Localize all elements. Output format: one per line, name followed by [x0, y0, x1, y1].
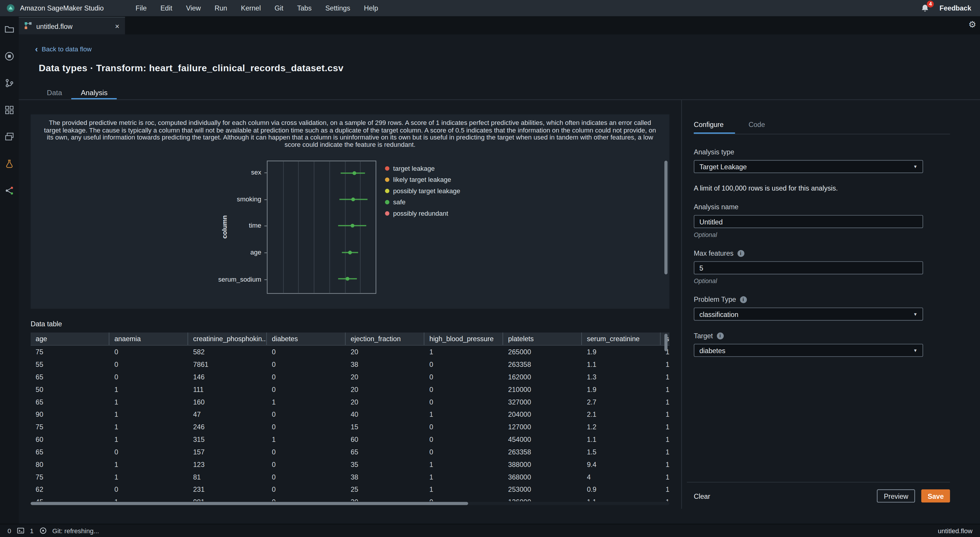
column-header[interactable]: serum_creatinine: [582, 332, 661, 345]
menu-view[interactable]: View: [179, 0, 208, 16]
menu-help[interactable]: Help: [357, 0, 385, 16]
git-icon[interactable]: [5, 78, 14, 88]
menu-kernel[interactable]: Kernel: [234, 0, 267, 16]
config-tab-code[interactable]: Code: [749, 118, 776, 134]
legend-dot-icon: [385, 200, 389, 204]
open-tabs-icon[interactable]: [5, 132, 14, 142]
table-row[interactable]: 80112303513880009.41: [31, 458, 670, 471]
target-label-text: Target: [694, 332, 713, 339]
notifications-bell-icon[interactable]: 4: [921, 4, 929, 13]
back-to-data-flow-link[interactable]: ‹ Back to data flow: [35, 44, 92, 53]
table-row[interactable]: 65014602001620001.31: [31, 371, 670, 383]
doc-tab-untitled-flow[interactable]: untitled.flow ×: [19, 17, 125, 35]
table-row[interactable]: 9014704012040002.11: [31, 408, 670, 421]
table-cell: 0: [267, 496, 345, 501]
category-label: sex: [251, 168, 261, 176]
table-row[interactable]: 550786103802633581.11: [31, 358, 670, 371]
table-row[interactable]: 75058202012650001.91: [31, 346, 670, 358]
tab-analysis[interactable]: Analysis: [72, 85, 117, 99]
table-row[interactable]: 50111102002100001.91: [31, 383, 670, 396]
main-content: ‹ Back to data flow Data types · Transfo…: [19, 35, 980, 524]
menu-tabs[interactable]: Tabs: [290, 0, 318, 16]
table-cell: 62: [31, 483, 110, 496]
table-cell: 1: [661, 458, 670, 471]
info-icon[interactable]: i: [740, 296, 747, 303]
running-sessions-icon[interactable]: [5, 51, 14, 61]
table-row[interactable]: 65015706502633581.51: [31, 446, 670, 458]
config-tab-configure[interactable]: Configure: [694, 118, 735, 134]
menu-git[interactable]: Git: [267, 0, 290, 16]
table-row[interactable]: 62023102512530000.91: [31, 483, 670, 496]
table-cell: 146: [188, 371, 267, 383]
table-cell: 1: [661, 446, 670, 458]
table-cell: 1: [661, 358, 670, 371]
max-features-label: Max features i: [694, 249, 950, 257]
table-scrollbar-thumb[interactable]: [665, 334, 668, 351]
column-header[interactable]: creatinine_phosphokin...: [188, 332, 267, 345]
menu-settings[interactable]: Settings: [318, 0, 357, 16]
column-header[interactable]: age: [31, 332, 110, 345]
column-header[interactable]: ejection_fraction: [345, 332, 424, 345]
terminals-count[interactable]: 0: [8, 527, 11, 534]
kernel-status-icon[interactable]: [39, 527, 47, 534]
tab-data[interactable]: Data: [37, 85, 71, 99]
predictive-ability-panel: The provided predictive metric is roc, c…: [31, 114, 670, 309]
table-cell: 20: [345, 396, 424, 408]
table-cell: 0: [267, 421, 345, 433]
max-features-input[interactable]: [694, 261, 923, 274]
category-label: time: [249, 222, 261, 229]
target-select[interactable]: diabetes ▼: [694, 344, 923, 357]
table-cell: 20: [345, 383, 424, 396]
table-cell: 0: [267, 358, 345, 371]
data-wrangler-graph-icon[interactable]: [5, 186, 14, 195]
table-cell: 55: [31, 358, 110, 371]
column-header[interactable]: anaemia: [110, 332, 188, 345]
table-hscroll-thumb[interactable]: [31, 502, 468, 505]
table-cell: 20: [345, 371, 424, 383]
table-cell: 0: [110, 446, 188, 458]
column-header[interactable]: platelets: [503, 332, 582, 345]
axis-tick: [264, 226, 267, 226]
table-cell: 38: [345, 358, 424, 371]
menu-file[interactable]: File: [129, 0, 154, 16]
close-icon[interactable]: ×: [115, 22, 119, 30]
column-header[interactable]: diabetes: [267, 332, 345, 345]
preview-button[interactable]: Preview: [877, 489, 915, 502]
analysis-section: The provided predictive metric is roc, c…: [19, 100, 681, 509]
analysis-description: The provided predictive metric is roc, c…: [31, 114, 670, 148]
problem-type-select[interactable]: classification ▼: [694, 308, 923, 321]
menu-run[interactable]: Run: [208, 0, 234, 16]
sagemaker-logo-icon: [6, 4, 15, 13]
info-icon[interactable]: i: [717, 332, 724, 339]
gridline: [345, 161, 345, 293]
table-row[interactable]: 75181038136800041: [31, 471, 670, 483]
file-browser-icon[interactable]: [5, 24, 14, 35]
feedback-link[interactable]: Feedback: [939, 5, 971, 12]
table-row[interactable]: 45198103001360001.11: [31, 496, 670, 501]
panel-scrollbar-thumb[interactable]: [665, 160, 668, 274]
clear-button[interactable]: Clear: [687, 489, 716, 502]
extensions-icon[interactable]: [5, 105, 14, 115]
analysis-type-select[interactable]: Target Leakage ▼: [694, 160, 923, 173]
table-row[interactable]: 65116012003270002.71: [31, 396, 670, 408]
problem-type-label: Problem Type i: [694, 296, 950, 303]
experiments-flask-icon[interactable]: [5, 159, 14, 169]
document-tab-bar: untitled.flow × ⚙: [19, 16, 980, 35]
terminal-icon[interactable]: [17, 527, 24, 534]
table-cell: 0: [424, 496, 503, 501]
info-icon[interactable]: i: [737, 250, 744, 257]
table-row[interactable]: 60131516004540001.11: [31, 433, 670, 446]
column-header[interactable]: high_blood_pressure: [424, 332, 503, 345]
git-status[interactable]: Git: refreshing...: [52, 527, 99, 534]
table-cell: 127000: [503, 421, 582, 433]
gear-icon[interactable]: ⚙: [968, 19, 976, 29]
menu-edit[interactable]: Edit: [154, 0, 179, 16]
target-value: diabetes: [699, 347, 725, 354]
save-button[interactable]: Save: [921, 489, 950, 502]
kernels-count[interactable]: 1: [30, 527, 33, 534]
table-horizontal-scrollbar[interactable]: [31, 502, 670, 505]
chevron-left-icon: ‹: [35, 46, 38, 52]
table-cell: 1: [110, 458, 188, 471]
analysis-name-input[interactable]: [694, 215, 923, 228]
table-row[interactable]: 75124601501270001.21: [31, 421, 670, 433]
